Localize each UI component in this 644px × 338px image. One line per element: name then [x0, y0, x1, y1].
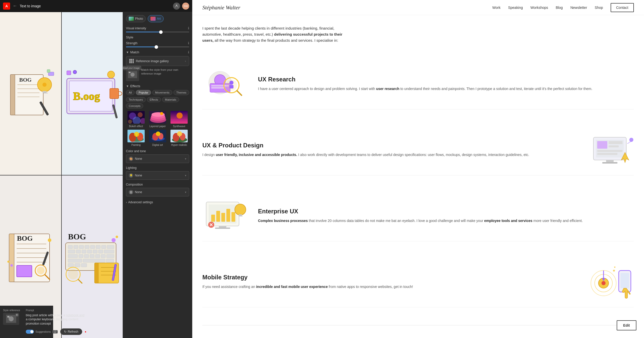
art-tab-label: Art: [157, 17, 161, 20]
tag-themes[interactable]: Themes: [174, 90, 189, 95]
back-button[interactable]: ←: [13, 3, 17, 9]
svg-rect-59: [90, 254, 94, 258]
svg-rect-62: [106, 254, 114, 258]
style-ref-thumbnail[interactable]: ✕: [3, 313, 19, 325]
avatar[interactable]: SW: [182, 3, 189, 10]
svg-point-37: [48, 238, 51, 242]
svg-text:BOG: BOG: [17, 234, 33, 242]
nav-link-work[interactable]: Work: [492, 6, 500, 10]
portfolio-panel: Stéphanie Walter Work Speaking Workshops…: [192, 0, 644, 338]
hyper-realistic-label: Hyper realistic: [171, 144, 187, 146]
nav-link-workshops[interactable]: Workshops: [530, 6, 548, 10]
svg-rect-72: [95, 263, 98, 283]
style-label: Style: [126, 35, 133, 39]
collapse-icon-match: ▼: [126, 51, 129, 54]
advanced-settings-chevron: ›: [126, 201, 127, 204]
service-mobile: ★ ★ Mobile Strategy If you need assistan…: [202, 257, 634, 307]
image-cell-2[interactable]: B.oog: [62, 12, 123, 175]
color-tone-dropdown[interactable]: 🎨 None ▾: [126, 154, 189, 163]
tag-all[interactable]: All: [126, 90, 135, 95]
svg-rect-150: [231, 212, 235, 222]
svg-rect-147: [216, 211, 220, 222]
tag-concepts[interactable]: Concepts: [126, 103, 143, 108]
svg-rect-24: [9, 234, 14, 282]
layered-paper-thumb: [148, 110, 167, 124]
svg-rect-14: [47, 70, 50, 73]
effect-synthwave[interactable]: Synthwave: [169, 110, 189, 128]
composition-value: None: [135, 190, 142, 194]
edit-button[interactable]: Edit: [617, 320, 636, 330]
svg-rect-139: [597, 153, 617, 155]
upload-button[interactable]: Upload your image: [123, 66, 141, 70]
synthwave-thumb: [170, 110, 188, 124]
svg-rect-63: [68, 259, 82, 262]
svg-rect-53: [93, 250, 97, 253]
gallery-label: Reference image gallery: [136, 59, 169, 63]
ux-research-desc: I have a user centered approach to desig…: [258, 86, 634, 92]
image-cell-1[interactable]: BOG: [0, 12, 61, 175]
color-tone-label: Color and tone: [126, 149, 189, 153]
color-tone-section: Color and tone 🎨 None ▾: [126, 149, 189, 163]
svg-point-81: [116, 236, 118, 238]
reference-gallery-button[interactable]: Reference image gallery ›: [126, 56, 189, 66]
visual-intensity-label: Visual intensity ℹ: [126, 26, 189, 30]
effect-hyper-realistic[interactable]: Hyper realistic: [169, 129, 189, 146]
effect-painting[interactable]: Painting: [126, 129, 146, 146]
tag-materials[interactable]: Materials: [162, 97, 179, 102]
top-bar: A ← Text to image SW: [0, 0, 192, 12]
tag-movements[interactable]: Movements: [152, 90, 172, 95]
portfolio-logo: Stéphanie Walter: [202, 4, 240, 11]
nav-link-speaking[interactable]: Speaking: [508, 6, 523, 10]
nav-link-shop[interactable]: Shop: [595, 6, 603, 10]
refresh-label: Refresh: [68, 330, 78, 333]
tab-photo[interactable]: Photo: [126, 15, 146, 22]
suggestions-toggle-switch[interactable]: [26, 330, 34, 334]
svg-rect-65: [106, 259, 114, 262]
nav-link-blog[interactable]: Blog: [556, 6, 563, 10]
lighting-dropdown[interactable]: 💡 None ▾: [126, 171, 189, 180]
composition-dropdown[interactable]: 🖼 None ▾: [126, 188, 189, 196]
composition-chevron-icon: ▾: [185, 191, 186, 194]
effect-layered-paper[interactable]: Layered paper: [147, 110, 167, 128]
portfolio-nav: Stéphanie Walter Work Speaking Workshops…: [192, 0, 644, 15]
upload-thumbnail[interactable]: Upload your image: [126, 68, 139, 81]
tag-techniques[interactable]: Techniques: [126, 97, 146, 102]
prompt-text[interactable]: blog post article with a pen, a notebook…: [26, 313, 86, 326]
svg-rect-19: [67, 71, 71, 75]
service-ux-research: UX Research I have a user centered appro…: [202, 59, 634, 109]
svg-point-18: [108, 71, 115, 78]
svg-rect-45: [90, 245, 95, 249]
contact-button[interactable]: Contact: [611, 3, 634, 12]
remove-style-ref-button[interactable]: ✕: [15, 313, 19, 317]
lighting-value: None: [135, 174, 142, 177]
strength-slider[interactable]: [126, 47, 189, 47]
effects-filter-tags-2: Techniques Effects Materials Concepts: [126, 97, 189, 108]
svg-line-130: [237, 91, 242, 95]
tab-art[interactable]: Art: [148, 15, 163, 22]
tag-popular[interactable]: Popular: [136, 90, 151, 95]
strength-thumb[interactable]: [155, 45, 158, 49]
visual-intensity-section: Visual intensity ℹ: [126, 26, 189, 32]
svg-rect-61: [101, 254, 105, 258]
refresh-button[interactable]: ↻ Refresh: [60, 328, 82, 335]
painting-thumb: [127, 129, 145, 143]
strength-section: Strength ℹ: [126, 41, 189, 47]
effect-bokeh[interactable]: Bokeh effect: [126, 110, 146, 128]
svg-rect-31: [17, 265, 32, 277]
user-icon[interactable]: [173, 3, 180, 10]
effect-digital-art[interactable]: Digital art: [147, 129, 167, 146]
tag-effects[interactable]: Effects: [147, 97, 161, 102]
advanced-settings[interactable]: › Advanced settings: [126, 199, 189, 205]
visual-intensity-slider[interactable]: [126, 32, 189, 32]
mobile-illustration: ★ ★: [588, 264, 634, 300]
svg-point-86: [131, 73, 135, 77]
svg-point-117: [156, 131, 160, 136]
svg-point-35: [10, 264, 13, 267]
effects-header: ▼ Effects: [126, 84, 189, 88]
svg-rect-48: [107, 245, 114, 249]
effects-grid: Bokeh effect Layered paper S: [126, 110, 189, 146]
visual-intensity-thumb[interactable]: [159, 30, 163, 34]
match-section: ▼ Match ℹ Reference image gallery ›: [126, 50, 189, 81]
nav-link-newsletter[interactable]: Newsletter: [570, 6, 587, 10]
content-type-tabs: Photo Art: [126, 15, 189, 22]
